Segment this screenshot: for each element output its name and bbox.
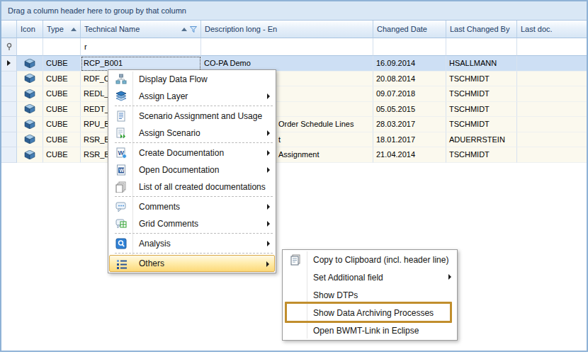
grid-comments-icon [115, 218, 127, 229]
last-changed-by-cell[interactable]: TSCHMIDT [446, 72, 517, 87]
analysis-magnifier-icon [115, 238, 127, 249]
group-by-panel[interactable]: Drag a column header here to group by th… [1, 1, 587, 21]
header-indicator [1, 21, 17, 38]
changed-date-cell[interactable]: 28.03.2017 [373, 117, 446, 132]
column-header-row: Icon Type Technical Name Description lon… [1, 21, 587, 38]
table-row[interactable]: CUBE RCP_B001 CO-PA Demo 16.09.2014 HSAL… [1, 56, 587, 72]
changed-date-cell[interactable]: 16.09.2014 [373, 56, 446, 72]
last-doc-cell[interactable] [517, 132, 587, 148]
last-changed-by-cell[interactable]: TSCHMIDT [446, 117, 517, 132]
word-document-create-icon: W [115, 147, 127, 159]
object-icon-cell[interactable] [17, 132, 43, 148]
type-cell[interactable]: CUBE [43, 147, 81, 163]
comments-bubble-icon [115, 201, 127, 212]
last-doc-cell[interactable] [517, 56, 587, 72]
changed-date-cell[interactable]: 09.07.2018 [373, 86, 446, 102]
filter-last-doc-cell[interactable] [517, 38, 587, 56]
filter-row-indicator [1, 38, 17, 56]
row-indicator-cell [1, 147, 17, 163]
menu-item-create-documentation[interactable]: W Create Documentation [109, 144, 275, 161]
submenu-arrow-icon [267, 204, 270, 210]
assign-scenario-icon [115, 127, 127, 139]
column-header-type[interactable]: Type [43, 21, 81, 38]
object-icon-cell[interactable] [17, 72, 43, 87]
last-changed-by-cell[interactable]: ADUERRSTEIN [446, 132, 517, 148]
last-changed-by-cell[interactable]: TSCHMIDT [446, 102, 517, 118]
menu-item-copy-to-clipboard[interactable]: Copy to Clipboard (incl. header line) [283, 251, 456, 268]
table-row[interactable]: CUBE RSR_B t 18.01.2017 ADUERRSTEIN [1, 132, 587, 148]
last-changed-by-cell[interactable]: HSALLMANN [446, 56, 517, 72]
menu-item-open-bwmt-link-in-eclipse[interactable]: Open BWMT-Link in Eclipse [283, 322, 456, 339]
table-row[interactable]: CUBE REDL_ 09.07.2018 TSCHMIDT [1, 86, 587, 102]
last-doc-cell[interactable] [517, 72, 587, 87]
filter-funnel-icon[interactable] [190, 26, 197, 33]
context-menu: Display Data Flow Assign Layer Scenario … [108, 69, 276, 273]
filter-description-cell[interactable] [201, 38, 373, 56]
column-header-last-changed-by[interactable]: Last Changed By [446, 21, 517, 38]
menu-item-show-data-archiving-processes[interactable]: Show Data Archiving Processes [283, 304, 456, 322]
type-cell[interactable]: CUBE [43, 86, 81, 102]
document-stack-icon [115, 181, 127, 193]
submenu-arrow-icon [448, 274, 451, 280]
submenu-arrow-icon [267, 93, 270, 99]
changed-date-cell[interactable]: 21.04.2014 [373, 147, 446, 163]
menu-item-comments[interactable]: Comments [109, 198, 275, 215]
cube-icon [24, 74, 35, 83]
filter-type-cell[interactable] [43, 38, 81, 56]
menu-item-display-data-flow[interactable]: Display Data Flow [109, 71, 275, 88]
object-icon-cell[interactable] [17, 117, 43, 132]
changed-date-cell[interactable]: 20.08.2014 [373, 72, 446, 87]
table-row[interactable]: CUBE RDF_C 20.08.2014 TSCHMIDT [1, 72, 587, 87]
document-icon [115, 110, 127, 122]
changed-date-cell[interactable]: 18.01.2017 [373, 132, 446, 148]
group-by-panel-text: Drag a column header here to group by th… [8, 6, 186, 15]
menu-item-open-documentation[interactable]: W Open Documentation [109, 161, 275, 178]
menu-item-analysis[interactable]: Analysis [109, 235, 275, 252]
menu-item-others[interactable]: Others [109, 255, 275, 272]
menu-item-scenario-assignment-and-usage[interactable]: Scenario Assignment and Usage [109, 108, 275, 125]
type-cell[interactable]: CUBE [43, 56, 81, 72]
last-doc-cell[interactable] [517, 147, 587, 163]
column-header-changed-date[interactable]: Changed Date [373, 21, 446, 38]
menu-item-list-of-all-created-documentations[interactable]: List of all created documentations [109, 178, 275, 195]
column-header-description[interactable]: Description long - En [201, 21, 373, 38]
column-header-icon[interactable]: Icon [17, 21, 43, 38]
filter-changed-date-cell[interactable] [373, 38, 446, 56]
table-row[interactable]: CUBE RPU_B Order Schedule Lines 28.03.20… [1, 117, 587, 132]
menu-item-assign-layer[interactable]: Assign Layer [109, 88, 275, 105]
type-cell[interactable]: CUBE [43, 72, 81, 87]
last-doc-cell[interactable] [517, 117, 587, 132]
menu-item-show-dtps[interactable]: Show DTPs [283, 286, 456, 304]
object-icon-cell[interactable] [17, 147, 43, 163]
row-indicator-cell [1, 86, 17, 102]
data-flow-icon [115, 74, 127, 85]
object-icon-cell[interactable] [17, 86, 43, 102]
word-document-icon: W [115, 164, 127, 176]
last-changed-by-cell[interactable]: TSCHMIDT [446, 86, 517, 102]
column-header-technical-name[interactable]: Technical Name [81, 21, 201, 38]
auto-filter-row: r [1, 38, 587, 56]
row-indicator-cell [1, 117, 17, 132]
object-icon-cell[interactable] [17, 102, 43, 118]
table-row[interactable]: CUBE REDT_ 05.05.2015 TSCHMIDT [1, 102, 587, 118]
menu-item-set-additional-field[interactable]: Set Additional field [283, 268, 456, 286]
menu-item-grid-comments[interactable]: Grid Comments [109, 215, 275, 232]
last-changed-by-cell[interactable]: TSCHMIDT [446, 147, 517, 163]
type-cell[interactable]: CUBE [43, 132, 81, 148]
submenu-arrow-icon [267, 150, 270, 156]
menu-item-assign-scenario[interactable]: Assign Scenario [109, 125, 275, 142]
filter-icon-cell[interactable] [17, 38, 43, 56]
last-doc-cell[interactable] [517, 86, 587, 102]
type-cell[interactable]: CUBE [43, 117, 81, 132]
last-doc-cell[interactable] [517, 102, 587, 118]
column-header-last-doc[interactable]: Last doc. [517, 21, 587, 38]
filter-technical-name-cell[interactable]: r [81, 38, 201, 56]
type-cell[interactable]: CUBE [43, 102, 81, 118]
changed-date-cell[interactable]: 05.05.2015 [373, 102, 446, 118]
table-row[interactable]: CUBE RSR_B Assignment 21.04.2014 TSCHMID… [1, 147, 587, 163]
filter-last-changed-by-cell[interactable] [446, 38, 517, 56]
row-indicator-cell [1, 56, 17, 72]
bullet-list-icon [116, 258, 128, 270]
object-icon-cell[interactable] [17, 56, 43, 72]
submenu-arrow-icon [266, 261, 269, 267]
